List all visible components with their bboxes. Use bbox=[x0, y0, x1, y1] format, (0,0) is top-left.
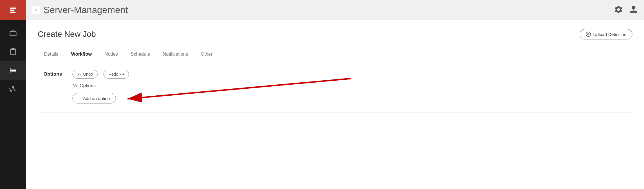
no-options-text: No Options bbox=[72, 83, 632, 88]
tab-notifications[interactable]: Notifications bbox=[157, 48, 194, 61]
content: Create New Job ⊕ Upload Definition Detai… bbox=[26, 20, 644, 189]
chevron-right-icon bbox=[34, 8, 38, 12]
topbar-chevron[interactable] bbox=[32, 6, 40, 14]
options-section: Options Undo Redo No Options + bbox=[38, 70, 632, 103]
options-header: Options Undo Redo bbox=[43, 70, 632, 79]
briefcase-icon bbox=[9, 29, 17, 37]
undo-icon bbox=[77, 72, 81, 76]
redo-icon bbox=[120, 72, 124, 76]
sidebar-item-briefcase[interactable] bbox=[0, 23, 26, 42]
undo-label: Undo bbox=[83, 72, 93, 77]
tabs: Details Workflow Nodes Schedule Notifica… bbox=[38, 48, 632, 61]
logo[interactable] bbox=[0, 0, 26, 20]
redo-label: Redo bbox=[108, 72, 118, 77]
sidebar-item-clipboard[interactable] bbox=[0, 42, 26, 61]
list-icon bbox=[9, 66, 17, 74]
add-option-row: + Add an option bbox=[72, 93, 632, 103]
clipboard-icon bbox=[9, 48, 17, 56]
create-job-title: Create New Job bbox=[38, 30, 96, 39]
svg-point-2 bbox=[10, 72, 11, 72]
add-option-label: Add an option bbox=[83, 96, 110, 101]
upload-definition-label: Upload Definition bbox=[593, 32, 626, 37]
sidebar bbox=[0, 0, 26, 189]
arrow-annotation bbox=[119, 77, 351, 106]
svg-point-0 bbox=[10, 68, 11, 69]
tab-schedule[interactable]: Schedule bbox=[124, 48, 157, 61]
sidebar-item-list[interactable] bbox=[0, 61, 26, 80]
add-option-button[interactable]: + Add an option bbox=[72, 93, 116, 103]
page-title: Server-Management bbox=[43, 5, 614, 15]
undo-button[interactable]: Undo bbox=[72, 70, 98, 79]
options-label: Options bbox=[43, 71, 67, 77]
sidebar-nav bbox=[0, 23, 26, 99]
tab-details[interactable]: Details bbox=[38, 48, 65, 61]
page-header: Create New Job ⊕ Upload Definition bbox=[38, 29, 632, 39]
svg-line-4 bbox=[128, 79, 351, 99]
network-icon bbox=[9, 85, 17, 93]
tab-nodes[interactable]: Nodes bbox=[98, 48, 124, 61]
upload-definition-button[interactable]: ⊕ Upload Definition bbox=[580, 29, 632, 39]
settings-icon[interactable] bbox=[614, 5, 623, 15]
upload-circle-icon: ⊕ bbox=[586, 32, 591, 37]
main-wrapper: Server-Management Create New Job ⊕ Uploa… bbox=[26, 0, 644, 189]
tab-other[interactable]: Other bbox=[194, 48, 219, 61]
plus-icon: + bbox=[79, 96, 81, 101]
svg-point-1 bbox=[10, 70, 11, 71]
topbar: Server-Management bbox=[26, 0, 644, 20]
user-icon[interactable] bbox=[629, 5, 638, 15]
logo-icon bbox=[10, 8, 16, 13]
topbar-actions bbox=[614, 5, 638, 15]
redo-button[interactable]: Redo bbox=[103, 70, 129, 79]
sidebar-item-network[interactable] bbox=[0, 80, 26, 99]
bottom-divider bbox=[38, 112, 632, 112]
tab-workflow[interactable]: Workflow bbox=[65, 48, 98, 61]
